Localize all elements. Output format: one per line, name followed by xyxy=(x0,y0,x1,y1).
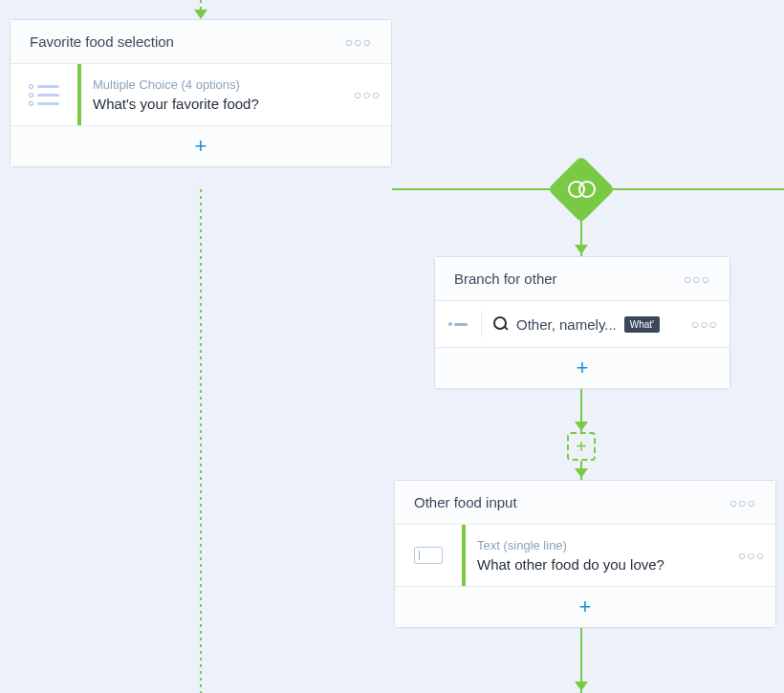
add-condition-button[interactable]: + xyxy=(435,348,730,388)
branch-option-label: Other, namely... xyxy=(516,316,617,333)
add-question-button[interactable]: + xyxy=(395,587,775,627)
svg-marker-7 xyxy=(575,468,588,478)
more-icon[interactable]: ○○○ xyxy=(345,34,372,50)
more-icon[interactable]: ○○○ xyxy=(730,495,756,510)
text-input-icon xyxy=(395,525,462,586)
svg-marker-6 xyxy=(575,422,588,431)
condition-indicator-icon xyxy=(446,323,475,326)
svg-marker-5 xyxy=(575,245,588,254)
branch-junction-icon xyxy=(557,165,605,213)
card-header: Other food input ○○○ xyxy=(395,481,775,525)
question-row[interactable]: Text (single line) What other food do yo… xyxy=(395,525,775,587)
multiple-choice-icon xyxy=(11,64,77,125)
question-type-label: Multiple Choice (4 options) xyxy=(93,77,332,92)
more-icon[interactable]: ○○○ xyxy=(691,316,718,332)
card-header: Favorite food selection ○○○ xyxy=(11,20,391,64)
card-other-food[interactable]: Other food input ○○○ Text (single line) … xyxy=(394,480,776,628)
card-branch-other[interactable]: Branch for other ○○○ Other, namely... Wh… xyxy=(434,256,730,389)
plus-icon: + xyxy=(579,596,592,617)
plus-icon: + xyxy=(576,437,587,456)
question-text: What's your favorite food? xyxy=(93,96,332,112)
svg-marker-2 xyxy=(194,10,207,19)
more-icon[interactable]: ○○○ xyxy=(684,271,710,287)
plus-icon: + xyxy=(195,136,207,157)
card-header: Branch for other ○○○ xyxy=(435,257,730,301)
question-text: What other food do you love? xyxy=(477,556,716,573)
card-title: Branch for other xyxy=(454,271,557,287)
more-icon[interactable]: ○○○ xyxy=(354,87,381,102)
insert-node-button[interactable]: + xyxy=(567,432,596,461)
more-icon[interactable]: ○○○ xyxy=(738,548,765,563)
branch-condition-row[interactable]: Other, namely... What' ○○○ xyxy=(435,301,730,348)
card-favorite-food[interactable]: Favorite food selection ○○○ Multiple Cho… xyxy=(10,19,392,167)
card-title: Favorite food selection xyxy=(30,33,174,50)
question-type-label: Text (single line) xyxy=(477,538,716,552)
divider xyxy=(481,311,482,337)
plus-icon: + xyxy=(577,357,589,379)
svg-marker-8 xyxy=(575,682,588,691)
card-title: Other food input xyxy=(414,494,517,510)
branch-target-tag: What' xyxy=(624,316,660,333)
search-icon xyxy=(493,316,509,332)
add-question-button[interactable]: + xyxy=(11,126,391,166)
question-row[interactable]: Multiple Choice (4 options) What's your … xyxy=(11,64,391,126)
